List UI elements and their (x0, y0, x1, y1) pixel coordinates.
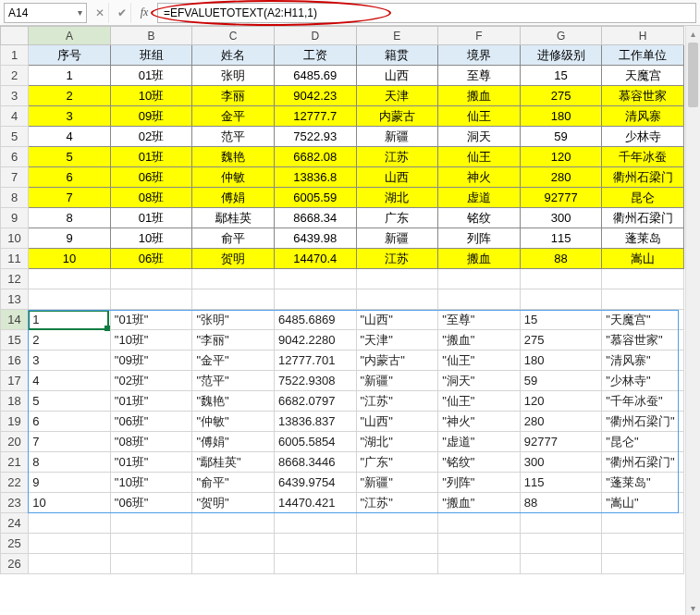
spill-cell[interactable]: "傅娟" (192, 432, 275, 452)
spill-cell[interactable]: 6 (29, 412, 111, 432)
data-cell[interactable]: 新疆 (356, 228, 438, 249)
spill-cell[interactable]: 1 (29, 310, 111, 330)
spill-cell[interactable]: 10 (29, 493, 111, 513)
name-box[interactable]: A14 ▾ (4, 3, 87, 23)
spill-cell[interactable]: "至尊" (438, 310, 521, 330)
spill-cell[interactable]: 6439.9754 (274, 473, 356, 493)
spill-cell[interactable]: 12777.701 (274, 351, 356, 371)
header-cell[interactable]: 序号 (29, 45, 111, 66)
data-cell[interactable]: 115 (520, 228, 602, 249)
data-cell[interactable]: 01班 (110, 208, 192, 228)
spill-cell[interactable]: "慕容世家" (602, 330, 684, 351)
formula-input[interactable]: =EFVALUETOTEXT(A2:H11,1) (157, 3, 696, 23)
empty-cell[interactable] (602, 554, 684, 574)
empty-cell[interactable] (356, 513, 438, 534)
spill-cell[interactable]: "天魔宫" (602, 310, 684, 330)
empty-cell[interactable] (356, 269, 438, 289)
row-header[interactable]: 19 (1, 412, 29, 432)
data-cell[interactable]: 13836.8 (274, 167, 356, 188)
empty-cell[interactable] (192, 289, 275, 310)
row-header[interactable]: 24 (1, 513, 29, 534)
row-header[interactable]: 25 (1, 534, 29, 554)
data-cell[interactable]: 10班 (110, 228, 192, 249)
spill-cell[interactable]: 4 (29, 371, 111, 391)
scroll-down-icon[interactable]: ▾ (686, 600, 700, 615)
data-cell[interactable]: 湖北 (356, 188, 438, 208)
spill-cell[interactable]: "魏艳" (192, 391, 275, 412)
sheet-area[interactable]: A B C D E F G H 1序号班组姓名工资籍贯境界进修级别工作单位210… (0, 26, 700, 615)
data-cell[interactable]: 昆仑 (602, 188, 684, 208)
empty-cell[interactable] (356, 534, 438, 554)
spill-cell[interactable]: "搬血" (438, 493, 521, 513)
data-cell[interactable]: 92777 (520, 188, 602, 208)
chevron-down-icon[interactable]: ▾ (78, 7, 82, 18)
row-header[interactable]: 16 (1, 351, 29, 371)
empty-cell[interactable] (274, 513, 356, 534)
row-header[interactable]: 8 (1, 188, 29, 208)
row-header[interactable]: 21 (1, 452, 29, 473)
spill-cell[interactable]: 7 (29, 432, 111, 452)
spill-cell[interactable]: "仲敏" (192, 412, 275, 432)
spill-cell[interactable]: 92777 (520, 432, 602, 452)
data-cell[interactable]: 少林寺 (602, 127, 684, 147)
row-header[interactable]: 18 (1, 391, 29, 412)
col-header[interactable]: A (29, 27, 111, 45)
data-cell[interactable]: 06班 (110, 249, 192, 269)
spill-cell[interactable]: 6005.5854 (274, 432, 356, 452)
empty-cell[interactable] (274, 269, 356, 289)
data-cell[interactable]: 2 (29, 86, 111, 106)
spill-cell[interactable]: "衢州石梁门" (602, 452, 684, 473)
data-cell[interactable]: 江苏 (356, 147, 438, 167)
spill-cell[interactable]: 9042.2280 (274, 330, 356, 351)
data-cell[interactable]: 01班 (110, 147, 192, 167)
empty-cell[interactable] (110, 269, 192, 289)
empty-cell[interactable] (602, 513, 684, 534)
empty-cell[interactable] (29, 554, 111, 574)
empty-cell[interactable] (192, 554, 275, 574)
empty-cell[interactable] (602, 289, 684, 310)
spill-cell[interactable]: "搬血" (438, 330, 521, 351)
row-header[interactable]: 13 (1, 289, 29, 310)
data-cell[interactable]: 嵩山 (602, 249, 684, 269)
data-cell[interactable]: 张明 (192, 66, 275, 86)
data-cell[interactable]: 搬血 (438, 249, 521, 269)
header-cell[interactable]: 境界 (438, 45, 521, 66)
spill-cell[interactable]: "昆仑" (602, 432, 684, 452)
empty-cell[interactable] (438, 269, 521, 289)
data-cell[interactable]: 天魔宫 (602, 66, 684, 86)
row-header[interactable]: 3 (1, 86, 29, 106)
data-cell[interactable]: 1 (29, 66, 111, 86)
fx-icon[interactable]: fx (135, 3, 154, 23)
data-cell[interactable]: 300 (520, 208, 602, 228)
spill-cell[interactable]: 8668.3446 (274, 452, 356, 473)
empty-cell[interactable] (192, 269, 275, 289)
spill-cell[interactable]: 280 (520, 412, 602, 432)
data-cell[interactable]: 千年冰蚕 (602, 147, 684, 167)
data-cell[interactable]: 10班 (110, 86, 192, 106)
spill-cell[interactable]: 275 (520, 330, 602, 351)
spill-cell[interactable]: 7522.9308 (274, 371, 356, 391)
row-header[interactable]: 10 (1, 228, 29, 249)
data-cell[interactable]: 神火 (438, 167, 521, 188)
spill-cell[interactable]: "张明" (192, 310, 275, 330)
spill-cell[interactable]: "新疆" (356, 473, 438, 493)
spill-cell[interactable]: 6485.6869 (274, 310, 356, 330)
data-cell[interactable]: 6005.59 (274, 188, 356, 208)
data-cell[interactable]: 仲敏 (192, 167, 275, 188)
data-cell[interactable]: 新疆 (356, 127, 438, 147)
row-header[interactable]: 23 (1, 493, 29, 513)
row-header[interactable]: 4 (1, 106, 29, 127)
data-cell[interactable]: 8 (29, 208, 111, 228)
spill-cell[interactable]: "少林寺" (602, 371, 684, 391)
spill-cell[interactable]: "蓬莱岛" (602, 473, 684, 493)
data-cell[interactable]: 15 (520, 66, 602, 86)
data-cell[interactable]: 275 (520, 86, 602, 106)
spill-cell[interactable]: "山西" (356, 412, 438, 432)
empty-cell[interactable] (520, 269, 602, 289)
spill-cell[interactable]: "01班" (110, 310, 192, 330)
spill-cell[interactable]: 180 (520, 351, 602, 371)
data-cell[interactable]: 范平 (192, 127, 275, 147)
spill-cell[interactable]: "仙王" (438, 351, 521, 371)
spill-cell[interactable]: 120 (520, 391, 602, 412)
spill-cell[interactable]: 300 (520, 452, 602, 473)
